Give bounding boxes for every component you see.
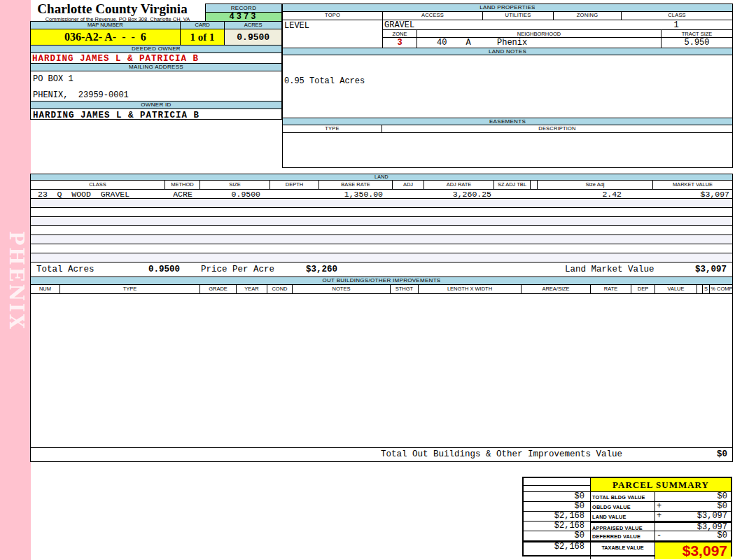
neighborhood-sub: A	[466, 38, 471, 48]
land-col-class: CLASS	[31, 181, 165, 189]
prior-deferred-value: $0	[524, 531, 591, 541]
land-totals-row: Total Acres 0.9500 Price Per Acre $3,260…	[31, 262, 732, 277]
total-bldg-value-label: TOTAL BLDG VALUE	[591, 492, 655, 502]
zone-label: ZONE	[383, 30, 417, 37]
price-per-acre-label: Price Per Acre	[201, 262, 274, 277]
access-class-row: GRAVEL 1	[383, 20, 732, 29]
easement-description-label: DESCRIPTION	[382, 125, 732, 132]
land-empty-row	[31, 208, 732, 217]
ob-col-notes: NOTES	[293, 285, 391, 293]
appraised-value-label: APPRAISED VALUE	[591, 522, 655, 531]
land-properties-values: LEVEL GRAVEL 1 ZONE NEIGHBORHOOD TRACT S…	[283, 20, 732, 48]
prior-taxable-value: $2,168	[524, 541, 591, 559]
map-number-value: 036-A2- A- - - 6	[31, 29, 181, 45]
prior-obldg-value: $0	[524, 502, 591, 512]
land-col-method: METHOD	[165, 181, 200, 189]
total-bldg-value-op	[655, 492, 669, 502]
obldg-value-op: +	[655, 502, 669, 512]
land-value: $3,097	[669, 512, 731, 522]
appraised-value-op	[655, 522, 669, 531]
parcel-summary-title: PARCEL SUMMARY	[591, 478, 731, 492]
card-label: CARD	[181, 22, 225, 29]
land-value-label: LAND VALUE	[591, 512, 655, 522]
class-value: 1	[620, 20, 732, 30]
neighborhood-code: 40	[437, 38, 447, 48]
land-row-depth	[270, 190, 319, 198]
taxable-value-label: TAXABLE VALUE	[591, 541, 655, 559]
land-empty-row	[31, 217, 732, 226]
land-notes-text: 0.95 Total Acres	[284, 76, 365, 86]
land-notes-area: 0.95 Total Acres	[283, 55, 732, 118]
address-line1: PO BOX 1	[33, 74, 74, 84]
out-buildings-header: NUM TYPE GRADE YEAR COND NOTES STHGT LEN…	[31, 285, 732, 294]
ob-col-length-width: LENGTH X WIDTH	[419, 285, 522, 293]
acres-label: ACRES	[225, 22, 281, 29]
land-empty-row	[31, 199, 732, 208]
land-row-sz-adj-tbl	[494, 190, 531, 198]
land-col-adj-rate: ADJ RATE	[424, 181, 494, 189]
land-row-size: 0.9500	[200, 190, 270, 198]
easements-title: EASEMENTS	[283, 118, 732, 125]
ob-col-value: VALUE	[655, 285, 697, 293]
prior-appraised-value: $2,168	[524, 522, 591, 531]
land-empty-row	[31, 235, 732, 244]
neighborhood-label: NEIGHBORHOOD	[417, 30, 662, 37]
parcel-summary-corner	[524, 478, 591, 492]
land-empty-row	[31, 253, 732, 262]
prior-total-bldg-value: $0	[524, 492, 591, 502]
out-buildings-title: OUT BUILDINGS/OTHER IMPROVEMENTS	[31, 277, 732, 285]
easement-type-label: TYPE	[283, 125, 382, 132]
card-value: 1 of 1	[181, 29, 225, 45]
land-table-header: CLASS METHOD SIZE DEPTH BASE RATE ADJ AD…	[31, 181, 732, 190]
obldg-value: $0	[669, 502, 731, 512]
class-column-label: CLASS	[622, 12, 732, 20]
ob-col-sthgt: STHGT	[391, 285, 419, 293]
deferred-value-op: -	[655, 531, 669, 541]
ob-col-spacer	[697, 285, 703, 293]
map-number-label: MAP NUMBER	[31, 22, 181, 29]
land-col-depth: DEPTH	[270, 181, 319, 189]
price-per-acre-value: $3,260	[306, 262, 337, 277]
land-row-spacer	[531, 190, 538, 198]
topo-value: LEVEL	[283, 20, 383, 48]
ob-col-pct-comp: % COMP	[710, 285, 734, 293]
utilities-column-label: UTILITIES	[483, 12, 554, 20]
land-row-base-rate: 1,350.00	[319, 190, 393, 198]
land-properties-header-row: TOPO ACCESS UTILITIES ZONING CLASS	[283, 12, 732, 20]
topo-column-label: TOPO	[283, 12, 383, 20]
ob-col-num: NUM	[31, 285, 60, 293]
sidebar-watermark: PHENIX	[6, 231, 27, 331]
mailing-address-label: MAILING ADDRESS	[31, 64, 281, 71]
easements-empty-area	[283, 133, 732, 167]
out-buildings-total-label: Total Out Buildings & Other Improvements…	[381, 448, 622, 461]
zoning-column-label: ZONING	[554, 12, 622, 20]
land-notes-title: LAND NOTES	[283, 48, 732, 55]
zone-header-row: ZONE NEIGHBORHOOD TRACT SIZE	[383, 29, 732, 38]
acres-value: 0.9500	[225, 29, 281, 45]
deeded-owner-label: DEEDED OWNER	[31, 46, 281, 53]
land-row-size-adj: 2.42	[538, 190, 653, 198]
land-market-value-label: Land Market Value	[565, 262, 654, 277]
access-column-label: ACCESS	[383, 12, 483, 20]
land-table-row: 23 Q WOOD GRAVEL ACRE 0.9500 1,350.00 3,…	[31, 190, 732, 199]
address-line2: PHENIX, 23959-0001	[33, 90, 129, 100]
total-acres-label: Total Acres	[36, 262, 94, 277]
land-empty-row	[31, 244, 732, 253]
mailing-address-block: PO BOX 1 PHENIX, 23959-0001	[31, 71, 281, 102]
deeded-owner-value: HARDING JAMES L & PATRICIA B	[31, 53, 281, 64]
land-col-sz-adj-tbl: SZ ADJ TBL	[494, 181, 531, 189]
neighborhood-values: 40 A Phenix	[417, 38, 662, 48]
land-value-op: +	[655, 512, 669, 522]
tract-size-label: TRACT SIZE	[662, 30, 732, 37]
land-row-adj	[393, 190, 424, 198]
ob-col-type: TYPE	[60, 285, 200, 293]
land-row-market-value: $3,097	[653, 190, 732, 198]
owner-id-label: OWNER ID	[31, 102, 281, 109]
obldg-value-label: OBLDG VALUE	[591, 502, 655, 512]
appraised-value: $3,097	[669, 522, 731, 531]
land-col-base-rate: BASE RATE	[319, 181, 393, 189]
ob-col-rate: RATE	[591, 285, 631, 293]
easements-header-row: TYPE DESCRIPTION	[283, 125, 732, 133]
total-acres-value: 0.9500	[148, 262, 180, 277]
ob-col-cond: COND	[267, 285, 293, 293]
